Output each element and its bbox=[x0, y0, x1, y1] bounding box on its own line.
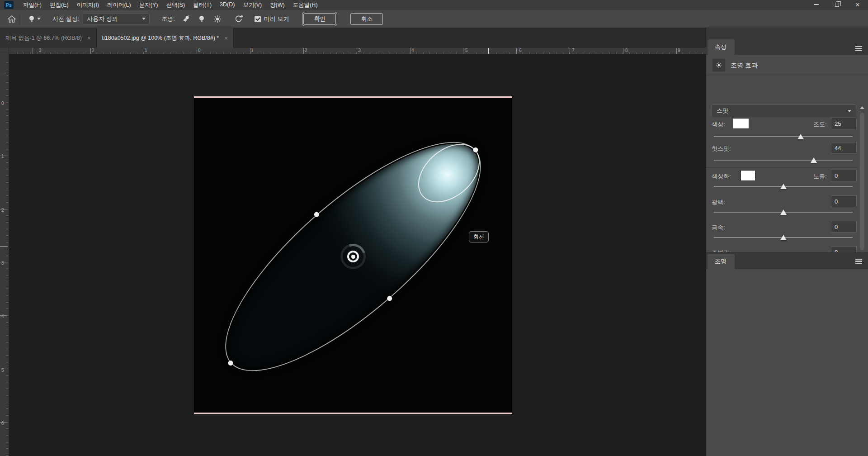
metallic-value-box[interactable]: 0 bbox=[831, 221, 857, 233]
ruler-cursor-marker bbox=[0, 247, 8, 247]
chevron-down-icon bbox=[848, 110, 851, 112]
preset-label: 사전 설정: bbox=[52, 15, 79, 23]
light-tool-button[interactable] bbox=[28, 15, 41, 23]
menu-item[interactable]: 창(W) bbox=[266, 0, 289, 10]
add-infinite-light-button[interactable] bbox=[213, 14, 222, 24]
point-light-icon bbox=[198, 15, 205, 23]
restore-button[interactable] bbox=[826, 0, 847, 9]
add-spot-light-button[interactable] bbox=[181, 14, 190, 24]
options-bar: 사전 설정: 사용자 정의 조명: 미리 보기 bbox=[0, 10, 868, 28]
close-icon[interactable]: × bbox=[224, 35, 228, 42]
add-point-light-button[interactable] bbox=[198, 15, 205, 23]
close-icon: ✕ bbox=[855, 2, 860, 8]
document-tab[interactable]: 제목 없음-1 @ 66.7% (RGB/8) × bbox=[0, 28, 97, 48]
colorize-label: 색상화: bbox=[712, 172, 731, 180]
canvas-pasteboard[interactable] bbox=[9, 54, 706, 456]
menu-item[interactable]: 보기(V) bbox=[239, 0, 266, 10]
reset-icon bbox=[234, 14, 244, 24]
colorize-swatch[interactable] bbox=[741, 170, 755, 181]
menu-item[interactable]: 파일(F) bbox=[19, 0, 46, 10]
lights-tab-strip: 조명 bbox=[706, 252, 868, 269]
gloss-value-box[interactable]: 0 bbox=[831, 195, 857, 207]
close-button[interactable]: ✕ bbox=[847, 0, 868, 9]
photoshop-logo: Ps bbox=[4, 1, 14, 9]
light-bulb-icon bbox=[28, 15, 35, 23]
metallic-slider[interactable] bbox=[714, 234, 853, 241]
scroll-up-icon[interactable] bbox=[860, 106, 864, 109]
slider-thumb[interactable] bbox=[797, 134, 804, 139]
ruler-number: 2 bbox=[305, 48, 307, 53]
menu-item[interactable]: 도움말(H) bbox=[289, 0, 322, 10]
image-top-edge bbox=[194, 96, 512, 98]
exposure-slider[interactable] bbox=[714, 183, 853, 190]
panel-menu-icon[interactable] bbox=[855, 46, 862, 51]
divider bbox=[706, 75, 868, 75]
slider-track bbox=[714, 160, 853, 161]
ruler-number: 3 bbox=[1, 261, 4, 266]
menu-item[interactable]: 필터(T) bbox=[189, 0, 216, 10]
home-icon bbox=[7, 15, 16, 23]
menu-item[interactable]: 편집(E) bbox=[46, 0, 73, 10]
slider-thumb[interactable] bbox=[780, 209, 787, 215]
minimize-button[interactable] bbox=[806, 0, 826, 9]
preview-label: 미리 보기 bbox=[264, 15, 289, 23]
hotspot-slider[interactable] bbox=[714, 157, 853, 163]
vertical-ruler[interactable]: 0123456 bbox=[0, 54, 9, 456]
document-image[interactable] bbox=[194, 96, 512, 414]
restore-icon bbox=[835, 3, 839, 7]
lights-label: 조명: bbox=[161, 15, 175, 23]
scrollbar-thumb[interactable] bbox=[860, 113, 864, 250]
menu-item[interactable]: 3D(D) bbox=[216, 0, 239, 10]
panel-menu-icon[interactable] bbox=[855, 259, 862, 264]
image-bottom-edge bbox=[194, 413, 512, 414]
reset-button[interactable] bbox=[234, 14, 244, 24]
ruler-number: 3 bbox=[39, 48, 42, 53]
panel-scrollbar[interactable] bbox=[859, 104, 865, 259]
menu-item[interactable]: 선택(S) bbox=[162, 0, 189, 10]
ok-button[interactable]: 확인 bbox=[303, 13, 336, 25]
ruler-corner bbox=[0, 48, 9, 54]
slider-thumb[interactable] bbox=[780, 184, 787, 189]
intensity-slider[interactable] bbox=[714, 133, 853, 140]
document-tab-title: 제목 없음-1 @ 66.7% (RGB/8) bbox=[5, 34, 82, 42]
ruler-number: 4 bbox=[411, 48, 414, 53]
intensity-label: 조도: bbox=[813, 120, 827, 128]
window-controls: ✕ bbox=[806, 0, 868, 9]
tab-properties[interactable]: 속성 bbox=[708, 39, 735, 55]
exposure-value-box[interactable]: 0 bbox=[831, 170, 857, 181]
preset-dropdown[interactable]: 사용자 정의 bbox=[83, 14, 150, 24]
menu-item[interactable]: 문자(Y) bbox=[135, 0, 162, 10]
light-type-value: 스팟 bbox=[717, 107, 728, 115]
chevron-down-icon bbox=[142, 18, 146, 20]
color-swatch[interactable] bbox=[733, 118, 749, 129]
ruler-number: 1 bbox=[251, 48, 254, 53]
ruler-number: 1 bbox=[1, 154, 4, 159]
menu-item[interactable]: 이미지(I) bbox=[73, 0, 103, 10]
ruler-number: 0 bbox=[1, 101, 4, 106]
hotspot-value-box[interactable]: 44 bbox=[831, 142, 857, 154]
home-button[interactable] bbox=[7, 15, 16, 23]
light-type-dropdown[interactable]: 스팟 bbox=[712, 104, 856, 117]
slider-thumb[interactable] bbox=[780, 235, 787, 240]
ruler-number: 5 bbox=[1, 368, 4, 373]
cancel-button[interactable]: 취소 bbox=[350, 13, 383, 25]
gloss-slider[interactable] bbox=[714, 209, 853, 215]
right-panel: 속성 조명 효과 스팟 색상: 조도: 25 bbox=[706, 28, 868, 456]
tab-lights[interactable]: 조명 bbox=[708, 254, 735, 269]
close-icon[interactable]: × bbox=[87, 35, 91, 42]
separator bbox=[19, 13, 19, 25]
intensity-value-box[interactable]: 25 bbox=[831, 118, 857, 129]
preview-toggle[interactable]: 미리 보기 bbox=[255, 15, 289, 23]
slider-thumb[interactable] bbox=[811, 157, 817, 163]
ruler-number: 4 bbox=[1, 314, 4, 319]
menu-item[interactable]: 레이어(L) bbox=[103, 0, 135, 10]
slider-track bbox=[714, 136, 853, 137]
rotate-tooltip: 회전 bbox=[469, 231, 489, 242]
ruler-number: 5 bbox=[465, 48, 468, 53]
horizontal-ruler[interactable]: 3210123456789 bbox=[9, 48, 706, 54]
ruler-cursor-marker bbox=[488, 48, 489, 54]
preview-checkbox[interactable] bbox=[255, 16, 261, 22]
document-tab[interactable]: ti180a0502.jpg @ 100% (조명 효과, RGB/8#) * … bbox=[97, 28, 234, 48]
ruler-number: 8 bbox=[625, 48, 628, 53]
lights-panel: 스팟 광원 1 bbox=[706, 269, 868, 448]
